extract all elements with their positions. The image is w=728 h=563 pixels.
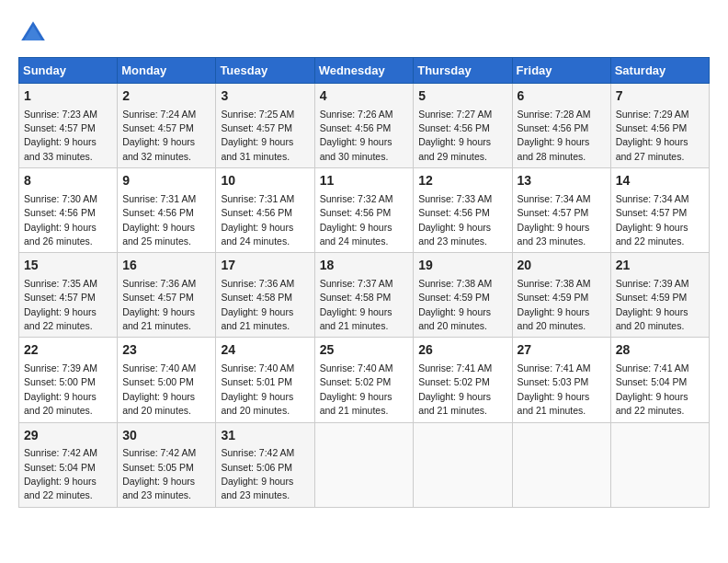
calendar-cell: 11Sunrise: 7:32 AMSunset: 4:56 PMDayligh… <box>314 168 414 253</box>
day-info: Sunrise: 7:37 AMSunset: 4:58 PMDaylight:… <box>320 278 393 331</box>
day-info: Sunrise: 7:31 AMSunset: 4:56 PMDaylight:… <box>221 193 294 247</box>
day-number: 13 <box>518 172 606 190</box>
day-info: Sunrise: 7:41 AMSunset: 5:02 PMDaylight:… <box>418 362 492 416</box>
day-number: 30 <box>122 427 210 445</box>
day-number: 8 <box>24 172 112 190</box>
day-number: 12 <box>418 172 506 190</box>
weekday-header-row: SundayMondayTuesdayWednesdayThursdayFrid… <box>19 58 710 84</box>
day-number: 28 <box>616 341 704 360</box>
day-number: 29 <box>24 427 112 445</box>
day-info: Sunrise: 7:34 AMSunset: 4:57 PMDaylight:… <box>616 193 689 247</box>
day-number: 22 <box>24 341 112 360</box>
logo <box>18 18 51 48</box>
day-info: Sunrise: 7:33 AMSunset: 4:56 PMDaylight:… <box>418 193 492 247</box>
day-info: Sunrise: 7:26 AMSunset: 4:56 PMDaylight:… <box>320 109 393 162</box>
calendar-cell: 1Sunrise: 7:23 AMSunset: 4:57 PMDaylight… <box>19 84 118 168</box>
day-number: 2 <box>122 87 210 106</box>
calendar-week-4: 22Sunrise: 7:39 AMSunset: 5:00 PMDayligh… <box>19 338 710 422</box>
day-number: 11 <box>320 172 409 190</box>
calendar-cell: 18Sunrise: 7:37 AMSunset: 4:58 PMDayligh… <box>314 253 414 338</box>
day-number: 7 <box>616 87 704 106</box>
day-number: 19 <box>418 257 506 275</box>
day-number: 1 <box>24 87 112 106</box>
calendar-week-5: 29Sunrise: 7:42 AMSunset: 5:04 PMDayligh… <box>19 422 710 507</box>
calendar-cell: 16Sunrise: 7:36 AMSunset: 4:57 PMDayligh… <box>118 253 216 338</box>
day-info: Sunrise: 7:30 AMSunset: 4:56 PMDaylight:… <box>24 193 97 247</box>
day-number: 4 <box>320 87 409 106</box>
day-number: 31 <box>221 427 309 445</box>
day-number: 14 <box>616 172 704 190</box>
calendar-cell: 23Sunrise: 7:40 AMSunset: 5:00 PMDayligh… <box>118 338 216 422</box>
day-number: 10 <box>221 172 309 190</box>
day-number: 24 <box>221 341 309 360</box>
calendar-cell: 29Sunrise: 7:42 AMSunset: 5:04 PMDayligh… <box>19 422 118 507</box>
day-info: Sunrise: 7:40 AMSunset: 5:02 PMDaylight:… <box>320 362 393 416</box>
calendar-cell: 31Sunrise: 7:42 AMSunset: 5:06 PMDayligh… <box>216 422 314 507</box>
calendar-cell: 3Sunrise: 7:25 AMSunset: 4:57 PMDaylight… <box>216 84 314 168</box>
calendar-cell <box>314 422 414 507</box>
calendar-cell: 22Sunrise: 7:39 AMSunset: 5:00 PMDayligh… <box>19 338 118 422</box>
calendar-cell: 7Sunrise: 7:29 AMSunset: 4:56 PMDaylight… <box>610 84 709 168</box>
calendar-cell: 9Sunrise: 7:31 AMSunset: 4:56 PMDaylight… <box>118 168 216 253</box>
calendar-body: 1Sunrise: 7:23 AMSunset: 4:57 PMDaylight… <box>19 84 710 508</box>
day-info: Sunrise: 7:38 AMSunset: 4:59 PMDaylight:… <box>418 278 492 331</box>
calendar-cell: 28Sunrise: 7:41 AMSunset: 5:04 PMDayligh… <box>610 338 709 422</box>
calendar-cell: 26Sunrise: 7:41 AMSunset: 5:02 PMDayligh… <box>414 338 512 422</box>
calendar-week-1: 1Sunrise: 7:23 AMSunset: 4:57 PMDaylight… <box>19 84 710 168</box>
calendar-cell: 10Sunrise: 7:31 AMSunset: 4:56 PMDayligh… <box>216 168 314 253</box>
day-info: Sunrise: 7:42 AMSunset: 5:06 PMDaylight:… <box>221 447 294 500</box>
weekday-header-friday: Friday <box>512 58 610 84</box>
weekday-header-thursday: Thursday <box>414 58 512 84</box>
calendar-cell: 4Sunrise: 7:26 AMSunset: 4:56 PMDaylight… <box>314 84 414 168</box>
day-number: 16 <box>122 257 210 275</box>
day-info: Sunrise: 7:40 AMSunset: 5:00 PMDaylight:… <box>122 362 196 416</box>
day-info: Sunrise: 7:31 AMSunset: 4:56 PMDaylight:… <box>122 193 196 247</box>
calendar-cell: 17Sunrise: 7:36 AMSunset: 4:58 PMDayligh… <box>216 253 314 338</box>
day-number: 9 <box>122 172 210 190</box>
day-info: Sunrise: 7:39 AMSunset: 4:59 PMDaylight:… <box>616 278 689 331</box>
calendar-cell <box>414 422 512 507</box>
day-number: 25 <box>320 341 409 360</box>
weekday-header-sunday: Sunday <box>19 58 118 84</box>
calendar-cell: 5Sunrise: 7:27 AMSunset: 4:56 PMDaylight… <box>414 84 512 168</box>
day-number: 23 <box>122 341 210 360</box>
day-number: 17 <box>221 257 309 275</box>
day-info: Sunrise: 7:24 AMSunset: 4:57 PMDaylight:… <box>122 109 196 162</box>
calendar-cell: 14Sunrise: 7:34 AMSunset: 4:57 PMDayligh… <box>610 168 709 253</box>
day-info: Sunrise: 7:35 AMSunset: 4:57 PMDaylight:… <box>24 278 97 331</box>
weekday-header-monday: Monday <box>118 58 216 84</box>
calendar-cell: 8Sunrise: 7:30 AMSunset: 4:56 PMDaylight… <box>19 168 118 253</box>
day-info: Sunrise: 7:29 AMSunset: 4:56 PMDaylight:… <box>616 109 689 162</box>
calendar-table: SundayMondayTuesdayWednesdayThursdayFrid… <box>18 57 710 508</box>
day-number: 20 <box>518 257 606 275</box>
day-info: Sunrise: 7:32 AMSunset: 4:56 PMDaylight:… <box>320 193 393 247</box>
day-info: Sunrise: 7:40 AMSunset: 5:01 PMDaylight:… <box>221 362 294 416</box>
day-number: 18 <box>320 257 409 275</box>
day-info: Sunrise: 7:42 AMSunset: 5:04 PMDaylight:… <box>24 447 97 500</box>
calendar-cell: 25Sunrise: 7:40 AMSunset: 5:02 PMDayligh… <box>314 338 414 422</box>
calendar-cell: 20Sunrise: 7:38 AMSunset: 4:59 PMDayligh… <box>512 253 610 338</box>
calendar-cell <box>512 422 610 507</box>
calendar-cell: 21Sunrise: 7:39 AMSunset: 4:59 PMDayligh… <box>610 253 709 338</box>
calendar-cell: 27Sunrise: 7:41 AMSunset: 5:03 PMDayligh… <box>512 338 610 422</box>
day-number: 3 <box>221 87 309 106</box>
day-info: Sunrise: 7:36 AMSunset: 4:57 PMDaylight:… <box>122 278 196 331</box>
calendar-cell: 15Sunrise: 7:35 AMSunset: 4:57 PMDayligh… <box>19 253 118 338</box>
page-header <box>18 18 710 48</box>
logo-icon <box>18 18 48 48</box>
calendar-cell: 2Sunrise: 7:24 AMSunset: 4:57 PMDaylight… <box>118 84 216 168</box>
day-number: 26 <box>418 341 506 360</box>
day-number: 21 <box>616 257 704 275</box>
weekday-header-wednesday: Wednesday <box>314 58 414 84</box>
day-info: Sunrise: 7:38 AMSunset: 4:59 PMDaylight:… <box>518 278 591 331</box>
calendar-week-2: 8Sunrise: 7:30 AMSunset: 4:56 PMDaylight… <box>19 168 710 253</box>
day-info: Sunrise: 7:23 AMSunset: 4:57 PMDaylight:… <box>24 109 97 162</box>
day-info: Sunrise: 7:41 AMSunset: 5:03 PMDaylight:… <box>518 362 591 416</box>
day-number: 5 <box>418 87 506 106</box>
weekday-header-tuesday: Tuesday <box>216 58 314 84</box>
calendar-week-3: 15Sunrise: 7:35 AMSunset: 4:57 PMDayligh… <box>19 253 710 338</box>
day-info: Sunrise: 7:42 AMSunset: 5:05 PMDaylight:… <box>122 447 196 500</box>
day-number: 6 <box>518 87 606 106</box>
day-info: Sunrise: 7:36 AMSunset: 4:58 PMDaylight:… <box>221 278 294 331</box>
calendar-cell: 13Sunrise: 7:34 AMSunset: 4:57 PMDayligh… <box>512 168 610 253</box>
